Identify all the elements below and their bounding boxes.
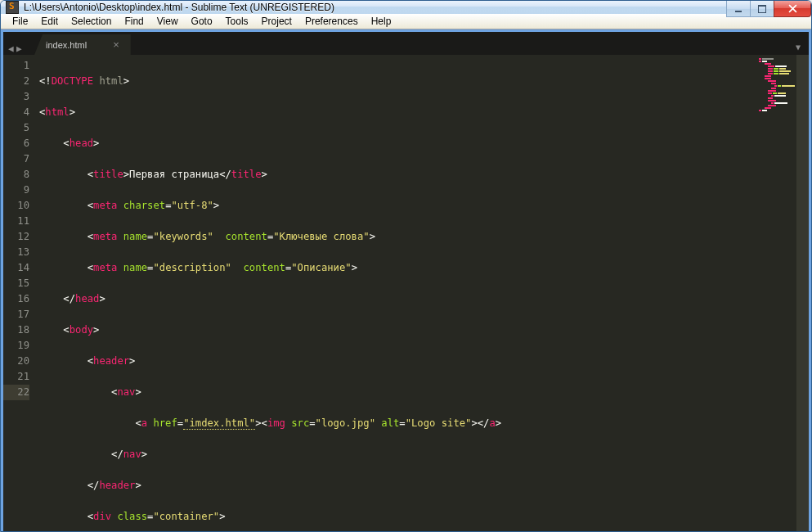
close-button[interactable] [774,1,811,17]
tabbar: ◀ ▶ index.html × ▼ [3,32,809,55]
menu-help[interactable]: Help [365,14,398,29]
editor: 12345678910111213141516171819202122 <!DO… [3,55,809,532]
menu-project[interactable]: Project [255,14,298,29]
menu-selection[interactable]: Selection [65,14,118,29]
menu-goto[interactable]: Goto [185,14,219,29]
menubar: File Edit Selection Find View Goto Tools… [1,14,811,29]
tab-close-icon[interactable]: × [113,38,119,51]
titlebar[interactable]: L:\Users\Antonio\Desktop\index.html - Su… [1,1,811,14]
menu-tools[interactable]: Tools [219,14,255,29]
tab-index-html[interactable]: index.html × [34,34,131,55]
app-window: L:\Users\Antonio\Desktop\index.html - Su… [0,0,812,532]
menu-edit[interactable]: Edit [34,14,65,29]
client-area: ◀ ▶ index.html × ▼ 123456789101112131415… [1,29,811,532]
menu-file[interactable]: File [6,14,34,29]
minimap[interactable] [757,55,796,532]
tab-label: index.html [46,40,87,50]
tab-back-icon[interactable]: ◀ [8,43,16,52]
window-controls [727,1,811,17]
scrollbar-vertical[interactable] [796,55,809,532]
window-title: L:\Users\Antonio\Desktop\index.html - Su… [24,2,334,13]
gutter[interactable]: 12345678910111213141516171819202122 [3,55,38,532]
menu-view[interactable]: View [150,14,185,29]
maximize-button[interactable] [750,1,774,17]
app-icon [6,1,19,14]
menu-preferences[interactable]: Preferences [298,14,365,29]
code-area[interactable]: <!DOCTYPE html> <html> <head> <title>Пер… [38,55,757,532]
tab-forward-icon[interactable]: ▶ [16,43,25,52]
tab-nav: ◀ ▶ [7,43,29,55]
tab-dropdown-icon[interactable]: ▼ [796,43,809,55]
minimize-button[interactable] [726,1,751,17]
menu-find[interactable]: Find [118,14,150,29]
